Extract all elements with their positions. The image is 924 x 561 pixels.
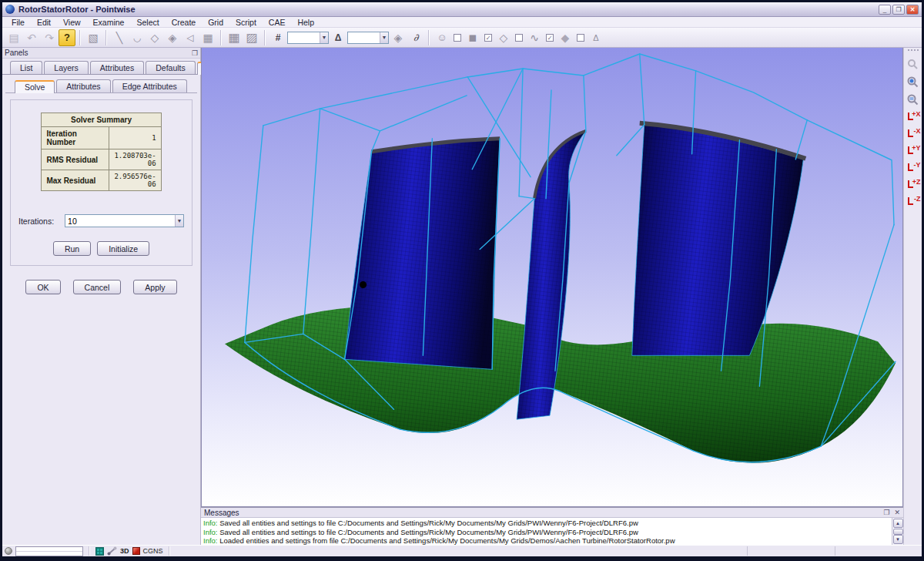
mask-icon[interactable] — [434, 29, 450, 46]
zoom-lines-icon[interactable] — [906, 92, 921, 107]
scroll-down-icon[interactable]: ▼ — [893, 535, 903, 544]
zoom-disabled-icon[interactable] — [906, 56, 921, 72]
toolbar-separator — [220, 30, 222, 45]
tab-layers[interactable]: Layers — [44, 61, 89, 74]
menu-select[interactable]: Select — [130, 18, 165, 27]
message-log[interactable]: Info: Saved all entities and settings to… — [201, 518, 892, 545]
scroll-up-icon[interactable]: ▲ — [893, 519, 903, 528]
mask-checkbox[interactable] — [454, 34, 461, 42]
domain-checkbox[interactable] — [515, 34, 523, 42]
connector-icon[interactable] — [526, 29, 543, 46]
surface-icon[interactable] — [146, 29, 163, 46]
run-button[interactable]: Run — [53, 241, 91, 256]
save-icon[interactable] — [5, 29, 22, 46]
subtab-solve[interactable]: Solve — [15, 80, 55, 93]
app-icon — [5, 5, 15, 14]
zoom-extents-icon[interactable] — [906, 74, 921, 89]
database-checkbox[interactable] — [577, 34, 584, 42]
subtab-attributes[interactable]: Attributes — [56, 79, 110, 92]
messages-scrollbar[interactable]: ▲ ▼ — [892, 518, 903, 545]
angle-icon — [330, 29, 346, 46]
view-minus-z-button[interactable]: -Z — [906, 194, 921, 209]
cae-cube-icon — [132, 547, 140, 555]
dimension-icon — [270, 29, 286, 46]
view-plus-y-button[interactable]: +Y — [906, 143, 921, 158]
max-residual-label: Max Residual — [42, 170, 109, 191]
domain-icon[interactable] — [164, 29, 181, 46]
view-minus-y-button[interactable]: -Y — [906, 160, 921, 175]
iterations-combo[interactable]: ▼ — [65, 214, 184, 227]
title-bar[interactable]: RotorStatorRotor - Pointwise _ ❐ ✕ — [2, 2, 922, 17]
partial-icon[interactable] — [407, 29, 424, 46]
chevron-down-icon[interactable]: ▼ — [380, 32, 388, 43]
view-minus-x-button[interactable]: -X — [906, 126, 921, 141]
menu-help[interactable]: Help — [291, 18, 320, 27]
subtab-edge-attributes[interactable]: Edge Attributes — [112, 79, 187, 92]
minimize-button[interactable]: _ — [879, 5, 891, 15]
menu-examine[interactable]: Examine — [87, 18, 131, 27]
redo-icon[interactable] — [41, 29, 58, 46]
menu-grid[interactable]: Grid — [202, 18, 229, 27]
dimension-combo[interactable]: ▼ — [287, 32, 329, 44]
iterations-input[interactable] — [65, 217, 175, 226]
unstructured-grid-icon[interactable] — [243, 29, 260, 46]
merge-icon[interactable] — [85, 29, 102, 46]
max-residual-value: 2.956576e-06 — [109, 170, 161, 191]
trim-icon[interactable] — [182, 29, 199, 46]
menu-view[interactable]: View — [57, 18, 87, 27]
menu-file[interactable]: File — [5, 18, 31, 27]
chevron-down-icon[interactable]: ▼ — [175, 215, 183, 227]
block-icon[interactable] — [199, 29, 216, 46]
tab-attributes[interactable]: Attributes — [90, 61, 144, 74]
cancel-button[interactable]: Cancel — [73, 280, 122, 294]
solve-diamond-icon[interactable] — [390, 29, 407, 46]
statusbar-section — [835, 546, 919, 556]
toolbar-separator — [428, 30, 430, 45]
menu-create[interactable]: Create — [166, 18, 203, 27]
chevron-down-icon[interactable]: ▼ — [320, 32, 328, 43]
view-plus-z-button[interactable]: +Z — [906, 177, 921, 192]
float-panel-icon[interactable]: ❐ — [883, 509, 889, 516]
float-panel-icon[interactable]: ❐ — [192, 49, 198, 57]
restore-button[interactable]: ❐ — [892, 5, 905, 15]
help-icon[interactable] — [59, 29, 75, 46]
iteration-number-value: 1 — [109, 127, 161, 149]
toolbar-grip[interactable] — [908, 49, 919, 52]
log-line: Info: Saved all entities and settings to… — [203, 528, 889, 537]
dimension-combo-input[interactable] — [288, 33, 320, 42]
flat-surface-icon[interactable] — [495, 29, 512, 46]
coordinate-field[interactable] — [15, 546, 83, 556]
menu-edit[interactable]: Edit — [31, 18, 57, 27]
close-icon[interactable]: ✕ — [894, 509, 900, 516]
viewport-3d[interactable] — [201, 48, 903, 507]
angle-combo-input[interactable] — [348, 33, 380, 42]
spline-icon[interactable] — [588, 29, 604, 46]
selected-point-marker[interactable] — [360, 281, 367, 288]
curve-icon[interactable] — [129, 29, 146, 46]
cube-icon[interactable] — [464, 29, 481, 46]
status-sphere-icon — [5, 547, 12, 555]
statusbar-separator — [89, 546, 90, 556]
log-line: Info: Loaded entities and settings from … — [203, 536, 889, 545]
close-button[interactable]: ✕ — [906, 5, 919, 15]
scroll-thumb[interactable] — [893, 529, 903, 535]
undo-icon[interactable] — [23, 29, 40, 46]
axis-icon — [908, 163, 913, 171]
tab-defaults[interactable]: Defaults — [146, 61, 196, 74]
tab-list[interactable]: List — [10, 61, 42, 74]
menu-script[interactable]: Script — [229, 18, 263, 27]
surface2-icon[interactable] — [557, 29, 574, 46]
segment-icon[interactable] — [111, 29, 128, 46]
rms-residual-label: RMS Residual — [42, 149, 109, 170]
rms-residual-value: 1.208703e-06 — [109, 149, 161, 170]
initialize-button[interactable]: Initialize — [97, 241, 149, 256]
block-checkbox[interactable]: ✓ — [484, 34, 492, 42]
menu-cae[interactable]: CAE — [263, 18, 292, 27]
angle-combo[interactable]: ▼ — [347, 32, 389, 44]
solver-summary-table: Solver Summary Iteration Number 1 RMS Re… — [41, 113, 161, 191]
apply-button[interactable]: Apply — [133, 280, 176, 294]
view-plus-x-button[interactable]: +X — [906, 109, 921, 124]
structured-grid-icon[interactable] — [226, 29, 243, 46]
connector-checkbox[interactable]: ✓ — [546, 34, 554, 42]
ok-button[interactable]: OK — [25, 280, 60, 294]
